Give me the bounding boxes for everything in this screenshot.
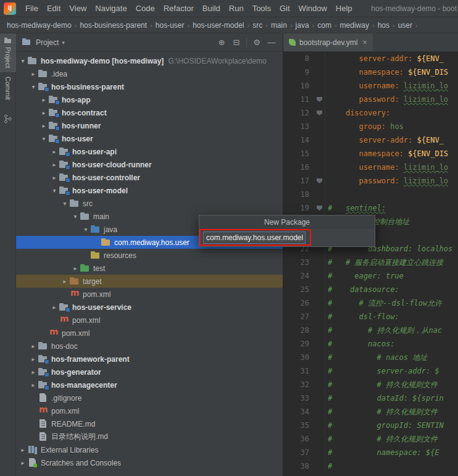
tree-row[interactable]: ▸hos-runner [16,119,283,132]
menu-tools[interactable]: Tools [248,0,275,17]
tree-row[interactable]: ▸hos-generator [16,365,283,378]
tree-row[interactable]: mpom.xml [16,288,283,301]
editor-line[interactable]: 9 namespace: ${ENV_DIS [283,65,458,79]
editor-line[interactable]: 30# # nacos 地址 [283,351,458,364]
menu-git[interactable]: Git [275,0,294,17]
hide-panel-icon[interactable]: — [264,38,279,47]
editor-line[interactable]: 17 password: lizimin_lo [283,174,458,188]
collapse-all-icon[interactable]: ⊟ [229,38,244,47]
editor-tab-bootstrap-dev-yml[interactable]: bootstrap-dev.yml × [283,33,373,51]
chevron-collapsed-icon[interactable]: ▸ [29,356,38,362]
tree-row[interactable]: README.md [16,417,283,430]
editor-line[interactable]: 10 username: lizimin_lo [283,79,458,93]
editor-line[interactable]: 32# # 持久化规则文件 [283,378,458,391]
package-name-input[interactable]: com.mediway.hos.user.model [203,232,306,244]
stripe-tab-project[interactable]: Project [0,33,16,72]
chevron-expanded-icon[interactable]: ▾ [71,213,80,220]
fold-marker-icon[interactable] [317,206,322,211]
chevron-collapsed-icon[interactable]: ▸ [60,278,69,285]
editor-line[interactable]: 18 [283,188,458,201]
editor-line[interactable]: 8 server-addr: ${ENV_ [283,52,458,65]
editor-line[interactable]: 31# server-addr: $ [283,364,458,378]
chevron-collapsed-icon[interactable]: ▸ [71,265,80,272]
fold-marker-icon[interactable] [317,97,322,102]
tree-row[interactable]: resources [16,249,283,262]
editor-line[interactable]: 14 server-addr: ${ENV_ [283,133,458,147]
chevron-expanded-icon[interactable]: ▾ [60,200,69,207]
chevron-expanded-icon[interactable]: ▾ [81,226,90,233]
chevron-expanded-icon[interactable]: ▾ [29,83,38,90]
editor-line[interactable]: 19# sentinel: [283,201,458,215]
menu-code[interactable]: Code [131,0,159,17]
chevron-collapsed-icon[interactable]: ▸ [40,109,48,116]
chevron-collapsed-icon[interactable]: ▸ [29,70,38,77]
editor-line[interactable]: 34# # 持久化规则文件 [283,405,458,419]
editor-line[interactable]: 24# eager: true [283,269,458,283]
project-view-selector[interactable]: Project [36,38,59,47]
menu-refactor[interactable]: Refactor [159,0,198,17]
chevron-collapsed-icon[interactable]: ▸ [29,369,38,375]
tree-row[interactable]: ▸hos-managecenter [16,378,283,391]
chevron-collapsed-icon[interactable]: ▸ [50,174,59,181]
editor-line[interactable]: 29# nacos: [283,337,458,351]
editor-line[interactable]: 23# # 服务启动直接建立心跳连接 [283,256,458,269]
editor-line[interactable]: 37# namespace: ${E [283,446,458,459]
menu-view[interactable]: View [65,0,91,17]
chevron-down-icon[interactable]: ▾ [62,40,65,46]
editor-line[interactable]: 35# groupId: SENTIN [283,419,458,432]
tree-row[interactable]: ▸hos-framework-parent [16,353,283,365]
tree-row[interactable]: 目录结构说明.md [16,430,283,443]
stripe-tab-commit[interactable]: Commit [4,72,12,104]
chevron-collapsed-icon[interactable]: ▸ [50,161,59,168]
chevron-collapsed-icon[interactable]: ▸ [50,148,59,155]
tree-row[interactable]: ▾src [16,197,283,210]
tree-row[interactable]: ▸target [16,275,283,288]
menu-build[interactable]: Build [198,0,225,17]
editor-line[interactable]: 13 group: hos [283,120,458,133]
git-branch-icon[interactable] [4,114,12,123]
settings-gear-icon[interactable]: ⚙ [249,38,264,47]
breadcrumb-item-hos-mediway-demo[interactable]: hos-mediway-demo [6,21,72,30]
fold-marker-icon[interactable] [317,111,322,115]
locate-file-icon[interactable]: ⊕ [214,38,229,47]
chevron-collapsed-icon[interactable]: ▸ [40,122,48,129]
chevron-expanded-icon[interactable]: ▾ [50,187,59,194]
menu-edit[interactable]: Edit [43,0,65,17]
tree-row[interactable]: ▸test [16,262,283,275]
chevron-collapsed-icon[interactable]: ▸ [50,304,59,311]
tree-row[interactable]: .gitignore [16,391,283,404]
breadcrumb-item-user[interactable]: user [398,21,413,30]
menu-navigate[interactable]: Navigate [91,0,131,17]
breadcrumb-item-main[interactable]: main [270,21,288,30]
tree-row[interactable]: ▾hos-user [16,132,283,145]
tree-row[interactable]: ▾hos-business-parent [16,80,283,93]
tree-row[interactable]: ▸hos-user-service [16,301,283,314]
tree-row[interactable]: mpom.xml [16,314,283,327]
breadcrumb-item-com[interactable]: com [317,21,332,30]
menu-window[interactable]: Window [294,0,331,17]
editor-body[interactable]: 8 server-addr: ${ENV_9 namespace: ${ENV_… [283,52,458,476]
menu-help[interactable]: Help [331,0,357,17]
tree-row[interactable]: mpom.xml [16,327,283,340]
editor-line[interactable]: 15 namespace: ${ENV_DIS [283,147,458,161]
editor-line[interactable]: 12 discovery: [283,106,458,120]
breadcrumb-item-hos-user[interactable]: hos-user [155,21,185,30]
chevron-collapsed-icon[interactable]: ▸ [19,446,27,453]
chevron-expanded-icon[interactable]: ▾ [19,57,27,64]
tree-row[interactable]: ▸hos-contract [16,106,283,119]
tree-row[interactable]: ▾hos-mediway-demo [hos-mediway]G:\HOSIDE… [16,54,283,67]
tree-row[interactable]: ▸hos-doc [16,340,283,353]
tree-row[interactable]: ▸hos-app [16,93,283,106]
menu-file[interactable]: File [21,0,43,17]
editor-line[interactable]: 11 password: lizimin_lo [283,93,458,106]
breadcrumb-item-src[interactable]: src [252,21,263,30]
close-tab-icon[interactable]: × [362,38,367,47]
editor-line[interactable]: 26# # 流控--dsl-flow允许 [283,296,458,310]
editor-line[interactable]: 38# [283,459,458,473]
tree-row[interactable]: ▸Scratches and Consoles [16,456,283,469]
breadcrumb-item-hos-user-model[interactable]: hos-user-model [192,21,244,30]
tree-row[interactable]: ▸External Libraries [16,443,283,456]
editor-line[interactable]: 28# # 持久化规则，从nac [283,324,458,337]
editor-line[interactable]: 33# dataId: ${sprin [283,391,458,405]
breadcrumb-item-hos[interactable]: hos [377,21,390,30]
